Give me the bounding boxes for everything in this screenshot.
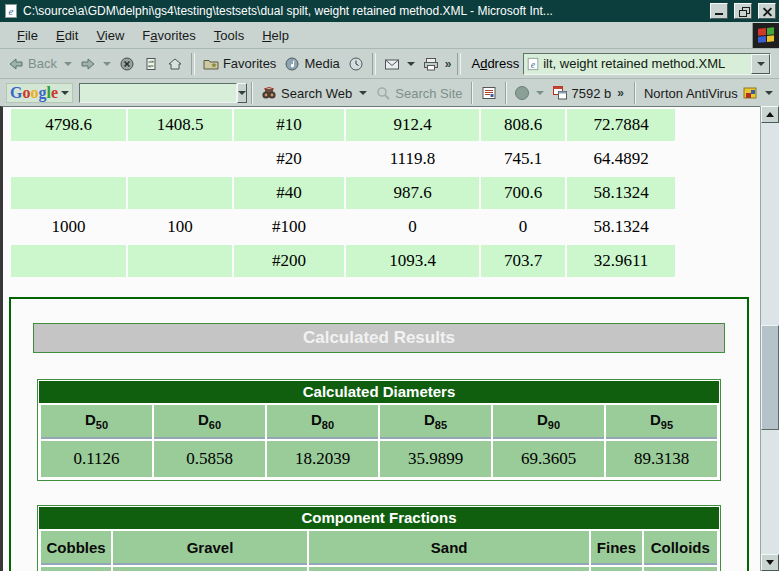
toolbar-separator	[457, 53, 461, 75]
search-site-magnifier-icon	[375, 85, 391, 101]
column-header-d50: D50	[41, 405, 152, 439]
menu-item-tools[interactable]: Tools	[205, 24, 253, 47]
address-ie-icon: e	[526, 57, 540, 71]
menu-item-help[interactable]: Help	[253, 24, 298, 47]
toolbar-separator	[372, 53, 376, 75]
svg-text:e: e	[531, 58, 536, 69]
refresh-button[interactable]	[139, 54, 163, 74]
chevron-down-icon	[757, 62, 765, 66]
forward-button[interactable]	[76, 54, 115, 74]
column-header-fines: Fines	[591, 531, 641, 565]
googlebar-overflow-chevron: »	[615, 86, 626, 100]
restore-button[interactable]	[734, 3, 752, 19]
address-label: Address	[471, 56, 519, 71]
stop-icon	[119, 56, 135, 72]
address-combobox[interactable]: e ilt, weight retained method.XML	[523, 53, 771, 75]
results-title-bar: Calculated Results	[33, 323, 725, 353]
windows-logo	[752, 23, 779, 48]
window-title: C:\source\a\GDM\delphi\gs4\testing\tests…	[23, 4, 704, 18]
menu-item-edit[interactable]: Edit	[47, 24, 87, 47]
menu-item-favorites[interactable]: Favorites	[133, 24, 204, 47]
toolbar-overflow-chevron[interactable]: »	[443, 57, 454, 71]
column-header-colloids: Colloids	[644, 531, 718, 565]
diameters-header: Calculated Diameters	[39, 381, 719, 403]
forward-dropdown-icon	[103, 62, 111, 66]
home-button[interactable]	[163, 54, 187, 74]
address-dropdown-button[interactable]	[751, 54, 770, 74]
table-row: #201119.8745.164.4892	[11, 143, 675, 175]
fraction-value: 33.0	[591, 567, 641, 571]
toolbar-separator	[471, 82, 473, 104]
mail-icon	[384, 56, 400, 72]
svg-text:e: e	[9, 5, 14, 17]
refresh-icon	[143, 56, 159, 72]
address-value[interactable]: ilt, weight retained method.XML	[540, 56, 751, 71]
diameters-header-row: D50 D60 D80 D85 D90 D95	[41, 405, 717, 439]
news-button[interactable]	[477, 83, 501, 103]
search-web-button[interactable]: Search Web	[257, 83, 371, 103]
scroll-up-button[interactable]	[761, 106, 779, 123]
fractions-header: Component Fractions	[39, 507, 719, 529]
forward-arrow-icon	[80, 56, 96, 72]
diameter-value: 0.1126	[41, 441, 152, 477]
google-logo[interactable]: Google	[6, 83, 73, 103]
fraction-value: 8.6	[41, 567, 111, 571]
stop-button[interactable]	[115, 54, 139, 74]
browser-window: e C:\source\a\GDM\delphi\gs4\testing\tes…	[0, 0, 779, 571]
windows-flag-icon	[758, 27, 774, 43]
column-header-d60: D60	[154, 405, 265, 439]
chevron-down-icon	[238, 91, 246, 95]
scroll-thumb[interactable]	[761, 325, 779, 430]
pagerank-indicator[interactable]	[511, 84, 548, 102]
toolbar-separator	[251, 82, 253, 104]
fraction-value: 42.1	[309, 567, 590, 571]
menu-item-view[interactable]: View	[87, 24, 133, 47]
binoculars-icon	[261, 85, 277, 101]
component-fractions-section: Component Fractions Cobbles Gravel Sand …	[37, 505, 721, 571]
diameter-value: 89.3138	[606, 441, 717, 477]
toolbar-separator	[191, 53, 195, 75]
mail-dropdown-icon	[407, 62, 415, 66]
mail-button[interactable]	[380, 54, 419, 74]
search-site-button[interactable]: Search Site	[371, 83, 466, 103]
column-header-sand: Sand	[309, 531, 590, 565]
history-button[interactable]	[344, 54, 368, 74]
news-icon	[481, 85, 497, 101]
page-content: 4798.61408.5#10912.4808.672.7884 #201119…	[0, 106, 760, 571]
norton-dropdown-icon	[765, 91, 773, 95]
history-clock-icon	[348, 56, 364, 72]
favorites-button[interactable]: Favorites	[199, 54, 280, 74]
popup-blocker-button[interactable]: 7592 b »	[548, 83, 630, 103]
close-button[interactable]	[758, 3, 776, 19]
google-search-input[interactable]	[79, 83, 237, 103]
calculated-diameters-section: Calculated Diameters D50 D60 D80 D85 D90…	[37, 379, 721, 481]
standard-toolbar: Back Favorites Media	[0, 49, 779, 79]
fractions-header-row: Cobbles Gravel Sand Fines Colloids	[41, 531, 717, 565]
media-button[interactable]: Media	[280, 54, 343, 74]
column-header-d90: D90	[493, 405, 604, 439]
favorites-folder-icon	[203, 56, 219, 72]
column-header-d95: D95	[606, 405, 717, 439]
minimize-button[interactable]	[710, 3, 728, 19]
google-search-dropdown-button[interactable]	[237, 83, 247, 103]
column-header-d80: D80	[267, 405, 378, 439]
vertical-scrollbar[interactable]	[760, 106, 779, 571]
column-header-cobbles: Cobbles	[41, 531, 111, 565]
popup-blocker-icon	[552, 85, 568, 101]
pagerank-circle-icon	[515, 86, 529, 100]
pagerank-dropdown-icon	[536, 91, 544, 95]
norton-icon	[742, 85, 758, 101]
google-toolbar: Google Search Web Search Site 7592 b »	[0, 79, 779, 107]
back-dropdown-icon	[64, 62, 72, 66]
column-header-d85: D85	[380, 405, 491, 439]
home-icon	[167, 56, 183, 72]
norton-antivirus-button[interactable]: Norton AntiVirus	[640, 83, 777, 103]
toolbar-separator	[634, 82, 636, 104]
diameter-value: 69.3605	[493, 441, 604, 477]
back-button[interactable]: Back	[4, 54, 76, 74]
table-row: 1000100#1000058.1324	[11, 211, 675, 243]
print-button[interactable]	[419, 54, 443, 74]
menu-item-file[interactable]: File	[8, 24, 47, 47]
fraction-value: 16.3	[113, 567, 307, 571]
scroll-down-button[interactable]	[761, 554, 779, 571]
